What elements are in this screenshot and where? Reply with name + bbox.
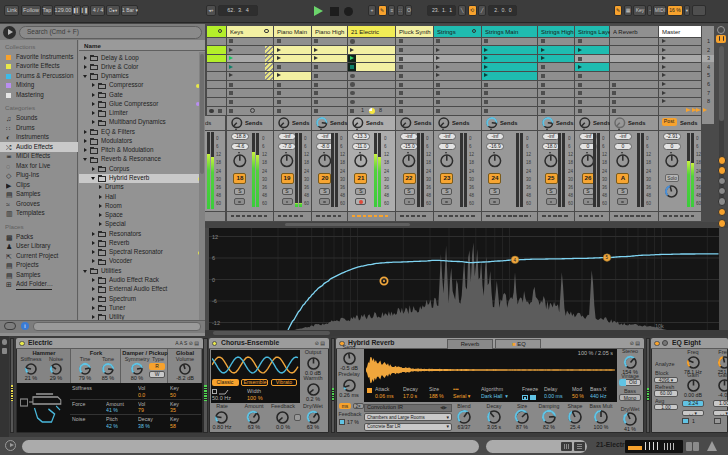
svg-text:6: 6 [212,255,215,261]
svg-text:0: 0 [212,276,215,282]
svg-text:-12: -12 [212,319,220,325]
svg-text:-6: -6 [212,298,217,304]
svg-text:12: 12 [212,233,218,239]
